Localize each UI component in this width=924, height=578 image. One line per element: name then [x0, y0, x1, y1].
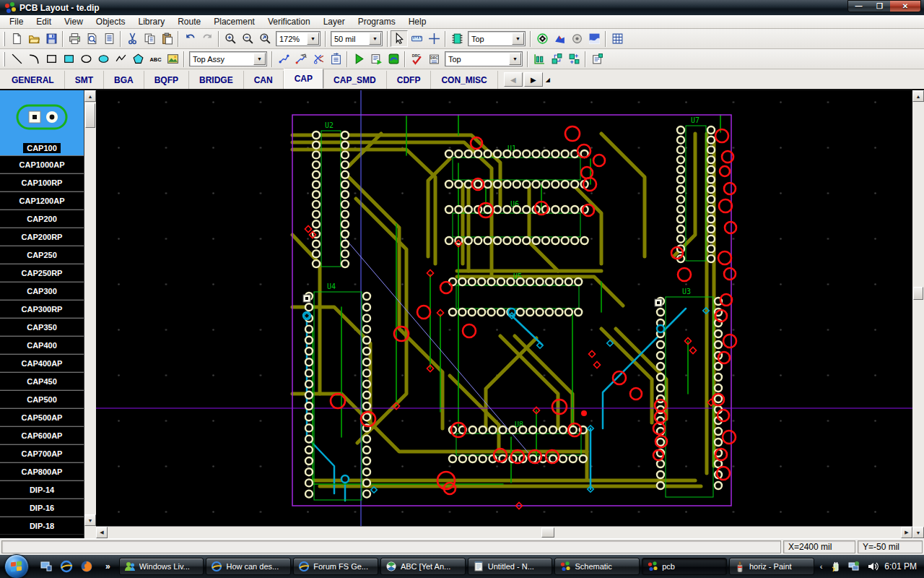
internet-explorer-icon[interactable] — [59, 559, 74, 574]
menu-view[interactable]: View — [58, 15, 90, 28]
zoom-combo[interactable]: 172% ▼ — [276, 31, 321, 46]
zoom-combo-arrow[interactable]: ▼ — [307, 33, 319, 45]
menu-layer[interactable]: Layer — [317, 15, 352, 28]
placement-auto-button[interactable] — [548, 51, 565, 67]
tab-bga[interactable]: BGA — [104, 71, 144, 89]
copper-pour-button[interactable] — [585, 30, 603, 47]
volume-icon[interactable] — [866, 559, 880, 574]
assembly-layer-combo[interactable]: Top Assy ▼ — [189, 51, 267, 66]
minimize-button[interactable]: — — [848, 1, 869, 12]
sidebar-scroll-up[interactable]: ▲ — [84, 90, 96, 102]
menu-edit[interactable]: Edit — [30, 15, 58, 28]
taskbar-button-untitled-n-[interactable]: Untitled - N... — [468, 558, 553, 575]
sidebar-item-cap1000ap[interactable]: CAP1000AP — [0, 155, 84, 173]
placement-update-button[interactable] — [565, 51, 583, 67]
canvas-scroll-down[interactable]: ▼ — [912, 527, 924, 538]
taskbar-button-pcb[interactable]: pcb — [642, 558, 727, 575]
origin-tool-button[interactable] — [425, 30, 443, 47]
taskbar-button-windows-liv-[interactable]: Windows Liv... — [119, 558, 204, 575]
sidebar-item-selected[interactable]: CAP100 — [0, 90, 84, 155]
firefox-icon[interactable] — [79, 559, 94, 574]
print-preview-button[interactable] — [83, 30, 100, 47]
tab-scroll-left[interactable]: ◀ — [504, 72, 523, 87]
place-picture-button[interactable] — [164, 51, 181, 67]
paste-button[interactable] — [158, 30, 175, 47]
sidebar-item-cap600ap[interactable]: CAP600AP — [0, 426, 84, 444]
quick-launch-chevron[interactable]: » — [105, 561, 110, 571]
board-info-button[interactable] — [588, 51, 606, 67]
tab-bridge[interactable]: BRIDGE — [189, 71, 244, 89]
toolbar-grip[interactable] — [3, 32, 5, 46]
sidebar-scrollbar[interactable]: ▲ ▼ — [84, 90, 96, 538]
unroute-button[interactable] — [310, 51, 327, 67]
print-button[interactable] — [66, 30, 83, 47]
tab-con_misc[interactable]: CON_MISC — [431, 71, 497, 89]
pcb-canvas[interactable]: U2U4U7U3U1U6U5U8 ◀ ▶ — [96, 90, 912, 538]
sidebar-item-dip-16[interactable]: DIP-16 — [0, 499, 84, 517]
save-button[interactable] — [43, 30, 60, 47]
redo-button[interactable] — [199, 30, 216, 47]
show-desktop-icon[interactable] — [39, 559, 53, 574]
tab-can[interactable]: CAN — [244, 71, 284, 89]
tab-cap[interactable]: CAP — [284, 69, 323, 89]
fanout-button[interactable] — [551, 30, 568, 47]
draw-filled-rect-button[interactable] — [60, 51, 77, 67]
placement-histogram-button[interactable] — [531, 51, 548, 67]
sidebar-item-cap350[interactable]: CAP350 — [0, 318, 84, 336]
tab-cdfp[interactable]: CDFP — [387, 71, 432, 89]
zoom-window-button[interactable] — [256, 30, 274, 47]
route-layer-combo-arrow[interactable]: ▼ — [509, 53, 521, 65]
titles-button[interactable] — [100, 30, 118, 47]
tab-overflow-icon[interactable]: ◢ — [546, 77, 550, 83]
sidebar-item-cap250rp[interactable]: CAP250RP — [0, 264, 84, 282]
tray-chevron[interactable]: ‹ — [820, 562, 823, 571]
sidebar-item-cap200rp[interactable]: CAP200RP — [0, 228, 84, 246]
sidebar-item-cap800ap[interactable]: CAP800AP — [0, 462, 84, 480]
menu-objects[interactable]: Objects — [90, 15, 132, 28]
grid-toggle-button[interactable] — [609, 30, 626, 47]
undo-button[interactable] — [181, 30, 199, 47]
sidebar-item-dip-14[interactable]: DIP-14 — [0, 480, 84, 499]
draw-arc-button[interactable] — [25, 51, 43, 67]
canvas-scroll-left[interactable]: ◀ — [96, 527, 108, 538]
sidebar-item-cap450[interactable]: CAP450 — [0, 372, 84, 390]
sidebar-item-cap250[interactable]: CAP250 — [0, 246, 84, 264]
new-button[interactable] — [8, 30, 25, 47]
power-plug-icon[interactable] — [828, 559, 842, 574]
sidebar-item-cap400ap[interactable]: CAP400AP — [0, 354, 84, 372]
draw-ellipse-button[interactable] — [77, 51, 95, 67]
sidebar-item-cap400[interactable]: CAP400 — [0, 336, 84, 354]
menu-file[interactable]: File — [3, 15, 30, 28]
route-manual-button[interactable] — [275, 51, 292, 67]
draw-filled-ellipse-button[interactable] — [95, 51, 112, 67]
sidebar-item-cap200[interactable]: CAP200 — [0, 210, 84, 228]
sidebar-item-dip-18[interactable]: DIP-18 — [0, 517, 84, 535]
canvas-vscrollbar[interactable]: ▲ ▼ — [912, 90, 924, 538]
select-tool-button[interactable] — [391, 30, 408, 47]
sidebar-item-cap100rp[interactable]: CAP100RP — [0, 173, 84, 191]
layer-combo-arrow[interactable]: ▼ — [512, 33, 524, 45]
copy-button[interactable] — [141, 30, 158, 47]
zoom-out-button[interactable] — [239, 30, 256, 47]
tab-smt[interactable]: SMT — [65, 71, 104, 89]
canvas-hscrollbar[interactable]: ◀ ▶ — [96, 526, 912, 538]
grid-combo[interactable]: 50 mil ▼ — [331, 31, 383, 46]
restore-button[interactable]: ❐ — [869, 1, 890, 12]
place-via-button[interactable] — [568, 30, 585, 47]
sidebar-item-cap1200ap[interactable]: CAP1200AP — [0, 191, 84, 210]
taskbar-button-forum-fs-ge-[interactable]: Forum FS Ge... — [293, 558, 378, 575]
run-autorouter-button[interactable] — [350, 51, 367, 67]
drc-check-button[interactable]: DRC — [408, 51, 425, 67]
close-button[interactable]: ✕ — [890, 1, 920, 12]
canvas-scroll-up[interactable]: ▲ — [912, 90, 924, 102]
sidebar-item-cap500[interactable]: CAP500 — [0, 390, 84, 408]
canvas-hscroll-thumb[interactable] — [541, 527, 554, 538]
taskbar-button-horiz-paint[interactable]: horiz - Paint — [729, 558, 814, 575]
open-button[interactable] — [25, 30, 43, 47]
tab-scroll-right[interactable]: ▶ — [524, 72, 543, 87]
route-report-button[interactable] — [367, 51, 385, 67]
menu-library[interactable]: Library — [132, 15, 172, 28]
place-text-button[interactable]: ABC — [147, 51, 164, 67]
sidebar-scroll-thumb[interactable] — [85, 103, 95, 128]
menu-verification[interactable]: Verification — [261, 15, 317, 28]
